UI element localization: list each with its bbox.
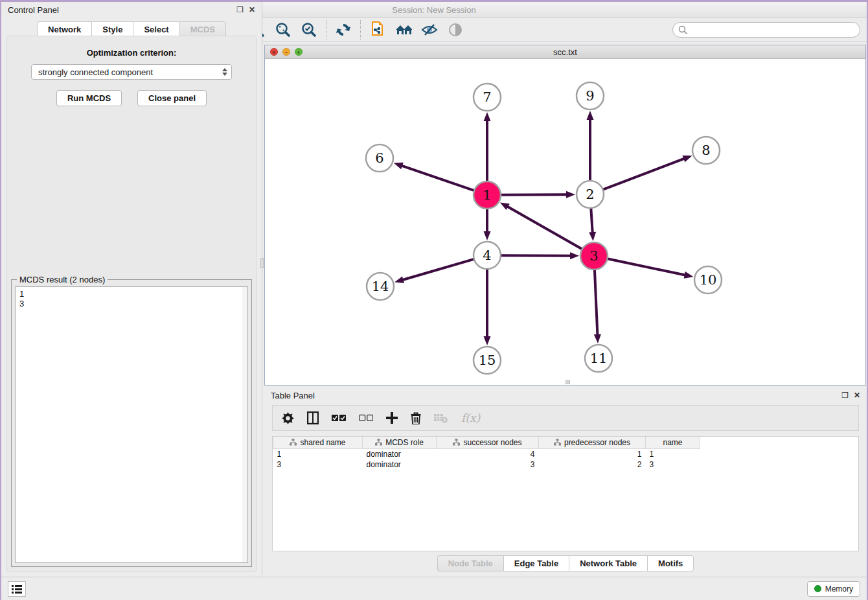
float-panel-icon[interactable]: ❒ [236, 6, 244, 14]
table-toolbar: f(x) [272, 405, 859, 431]
column-header-predecessor-nodes[interactable]: predecessor nodes [539, 437, 646, 448]
tab-motifs[interactable]: Motifs [647, 555, 694, 571]
edge-3-11[interactable] [595, 270, 598, 336]
split-column-icon[interactable] [307, 411, 319, 424]
node-label-9: 9 [586, 88, 594, 104]
cell-1-3[interactable]: 2 [539, 459, 646, 470]
arrowhead-1-2 [566, 191, 575, 198]
column-label: successor nodes [463, 438, 521, 447]
network-graph[interactable]: 7968124314101511 [265, 60, 865, 385]
table-panel: Table Panel ❒ ✕ [264, 388, 867, 553]
arrowhead-2-8 [682, 156, 692, 162]
node-label-14: 14 [372, 279, 389, 294]
arrowhead-1-4 [484, 231, 491, 240]
arrowhead-1-7 [484, 112, 491, 121]
node-label-10: 10 [700, 272, 717, 288]
arrowhead-4-3 [570, 252, 579, 259]
network-canvas[interactable]: 7968124314101511 [265, 60, 865, 385]
cell-1-4[interactable]: 3 [646, 459, 700, 470]
node-label-4: 4 [483, 248, 491, 263]
edge-1-2[interactable] [501, 194, 567, 195]
arrowhead-3-1 [500, 202, 510, 210]
show-panel-eye-icon[interactable] [447, 21, 464, 38]
node-label-11: 11 [590, 351, 608, 366]
close-table-panel-icon[interactable]: ✕ [854, 391, 860, 399]
edge-2-8[interactable] [603, 158, 685, 189]
delete-table-icon[interactable] [434, 413, 448, 423]
zoom-fit-icon[interactable] [275, 21, 291, 38]
column-label: MCDS role [385, 438, 424, 447]
table-tabs: Node Table Edge Table Network Table Moti… [437, 555, 694, 571]
node-label-6: 6 [375, 150, 383, 166]
edge-3-10[interactable] [608, 259, 686, 275]
network-window-titlebar[interactable]: × − + scc.txt [265, 45, 865, 59]
edge-3-1[interactable] [507, 206, 582, 249]
table-row[interactable]: 3dominator323 [273, 459, 700, 470]
cell-0-1[interactable]: dominator [363, 448, 437, 459]
column-header-name[interactable]: name [646, 437, 700, 448]
close-panel-icon[interactable]: ✕ [249, 6, 255, 14]
tab-node-table[interactable]: Node Table [437, 555, 503, 571]
flatten-hierarchy-icon [554, 439, 561, 446]
refresh-icon[interactable] [335, 21, 352, 38]
cell-1-0[interactable]: 3 [273, 459, 363, 470]
edge-4-14[interactable] [402, 259, 474, 280]
node-label-1: 1 [483, 187, 491, 203]
splitter-handle[interactable] [565, 380, 570, 384]
column-label: name [663, 438, 682, 447]
tab-edge-table[interactable]: Edge Table [503, 555, 569, 571]
arrowhead-2-3 [589, 232, 596, 241]
cell-0-4[interactable]: 1 [646, 448, 700, 459]
hide-panel-eye-icon[interactable] [421, 21, 438, 38]
control-panel-title: Control Panel [8, 5, 59, 15]
memory-button[interactable]: Memory [807, 581, 860, 597]
splitter-handle-vertical[interactable] [260, 258, 264, 268]
memory-status-icon [814, 585, 821, 592]
float-table-panel-icon[interactable]: ❒ [841, 391, 849, 399]
column-header-shared-name[interactable]: shared name [273, 437, 363, 448]
search-field[interactable] [672, 22, 860, 38]
edge-1-6[interactable] [401, 165, 474, 190]
deselect-all-columns-icon[interactable] [359, 414, 373, 422]
cell-1-1[interactable]: dominator [363, 459, 437, 470]
edge-4-3[interactable] [501, 255, 571, 256]
cell-0-2[interactable]: 4 [437, 448, 539, 459]
column-label: shared name [300, 438, 345, 447]
column-header-successor-nodes[interactable]: successor nodes [437, 437, 539, 448]
search-input[interactable] [688, 25, 860, 34]
node-table[interactable]: shared nameMCDS rolesuccessor nodesprede… [272, 436, 859, 551]
arrowhead-4-14 [394, 276, 404, 283]
settings-gear-icon[interactable] [282, 412, 294, 424]
network-view-window: × − + scc.txt 7968124314101511 [264, 45, 866, 386]
tab-network-table[interactable]: Network Table [569, 555, 647, 571]
home-icon[interactable] [395, 21, 412, 38]
function-builder-icon[interactable]: f(x) [461, 411, 480, 424]
network-file-icon[interactable] [369, 21, 386, 38]
add-column-icon[interactable] [386, 412, 398, 424]
cell-1-2[interactable]: 3 [437, 459, 539, 470]
node-label-2: 2 [586, 187, 594, 202]
edge-2-3[interactable] [591, 208, 592, 233]
arrowhead-3-10 [684, 271, 694, 279]
task-history-button[interactable] [8, 581, 26, 597]
cell-0-3[interactable]: 1 [539, 448, 646, 459]
table-row[interactable]: 1dominator411 [273, 448, 700, 459]
select-all-columns-icon[interactable] [332, 414, 346, 422]
node-label-8: 8 [702, 143, 710, 158]
delete-column-icon[interactable] [411, 412, 421, 424]
column-header-MCDS-role[interactable]: MCDS role [363, 437, 437, 448]
network-window-title: scc.txt [265, 47, 865, 57]
zoom-selected-icon[interactable] [301, 21, 317, 38]
node-label-7: 7 [483, 89, 491, 105]
node-label-15: 15 [479, 352, 496, 368]
search-icon [678, 25, 688, 35]
status-bar: Memory [1, 577, 867, 600]
arrowhead-2-9 [587, 111, 594, 120]
column-label: predecessor nodes [564, 438, 630, 447]
flatten-hierarchy-icon [375, 439, 382, 446]
arrowhead-3-11 [594, 334, 601, 343]
table-panel-title: Table Panel [271, 391, 315, 400]
arrowhead-1-6 [394, 163, 404, 169]
cell-0-0[interactable]: 1 [273, 448, 363, 459]
memory-label: Memory [825, 584, 853, 594]
